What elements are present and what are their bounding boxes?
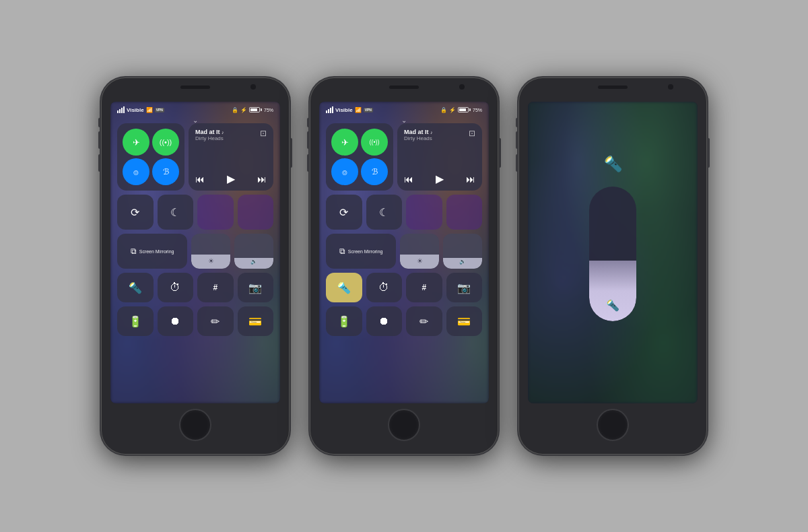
flashlight-button-2[interactable]: 🔦 [326, 273, 362, 302]
mirror-icon: ⧉ [131, 246, 137, 256]
flashlight-slider-icon: 🔦 [606, 299, 619, 312]
power-button-2[interactable] [498, 138, 501, 168]
airplane-mode-button-2[interactable]: ✈ [331, 129, 358, 156]
power-button-3[interactable] [707, 138, 710, 168]
home-button-2[interactable] [388, 409, 420, 441]
brightness-slider[interactable]: ☀ [191, 234, 230, 269]
wifi-button-2[interactable]: ⌾ [331, 158, 358, 185]
volume-icon: 🔊 [250, 259, 257, 265]
status-left-2: Visible 📶 VPN [326, 106, 373, 113]
moon-icon-2: ☾ [379, 206, 389, 219]
calculator-button-2[interactable]: # [406, 273, 442, 302]
phone-top-bar [101, 77, 290, 102]
cellular-icon: ((•)) [160, 138, 172, 146]
battery-widget-button[interactable]: 🔋 [117, 306, 154, 336]
flashlight-button[interactable]: 🔦 [117, 273, 154, 302]
signal-bar-2 [119, 109, 121, 113]
record-button-2[interactable]: ⏺ [366, 306, 403, 336]
record-button[interactable]: ⏺ [158, 306, 194, 336]
calculator-button[interactable]: # [197, 273, 234, 302]
bluetooth-button[interactable]: ℬ [152, 158, 179, 185]
screen-mirroring-label-2: Screen Mirroring [348, 249, 383, 254]
camera-icon: 📷 [248, 281, 262, 294]
vpn-badge: VPN [155, 108, 164, 112]
music-info: Mad at It ♪ Dirty Heads [195, 129, 224, 141]
mute-switch-2[interactable] [307, 118, 310, 127]
carrier-label-2: Visible [335, 107, 353, 113]
vpn-badge-2: VPN [364, 108, 373, 112]
volume-icon-2: 🔊 [459, 259, 466, 265]
volume-slider[interactable]: 🔊 [234, 234, 273, 269]
do-not-disturb-button[interactable]: ☾ [158, 195, 194, 230]
camera-icon-2: 📷 [457, 281, 471, 294]
volume-button-2[interactable] [307, 131, 310, 149]
cellular-button-2[interactable]: ((•)) [361, 129, 388, 156]
screen-mirroring-button-2[interactable]: ⧉ Screen Mirroring [326, 234, 396, 269]
row3: ⧉ Screen Mirroring ☀ 🔊 [117, 234, 273, 269]
status-right: 🔒 ⚡ 75% [232, 107, 273, 113]
volume-button-3[interactable] [516, 131, 518, 149]
camera-dot [250, 84, 256, 90]
flashlight-icon: 🔦 [129, 281, 142, 294]
volume-down-button-3[interactable] [516, 154, 518, 172]
prev-button[interactable]: ⏮ [195, 174, 205, 185]
volume-button[interactable] [98, 131, 101, 149]
airplane-mode-button[interactable]: ✈ [123, 129, 149, 156]
wallet-button-2[interactable]: 💳 [446, 306, 483, 336]
row4: 🔦 ⏱ # 📷 [117, 273, 273, 302]
lock-rotate-icon-2: ⟳ [339, 206, 348, 219]
screen-mirroring-label: Screen Mirroring [139, 249, 174, 254]
power-button[interactable] [290, 138, 292, 168]
bluetooth-button-2[interactable]: ℬ [361, 158, 388, 185]
brightness-icon-2: ☀ [417, 257, 423, 265]
signal-bar-1 [117, 110, 119, 113]
orientation-lock-button-2[interactable]: ⟳ [326, 195, 362, 230]
volume-down-button-2[interactable] [307, 154, 310, 172]
home-button-3[interactable] [597, 409, 629, 441]
signal-bars [117, 106, 125, 113]
status-right-2: 🔒 ⚡ 75% [440, 107, 482, 113]
mute-switch-3[interactable] [516, 118, 518, 127]
next-button[interactable]: ⏭ [257, 174, 267, 185]
timer-button-2[interactable]: ⏱ [366, 273, 403, 302]
play-button[interactable]: ▶ [227, 172, 235, 185]
connectivity-row-2: ✈ ((•)) ⌾ ℬ Ma [326, 123, 482, 191]
row2-2: ⟳ ☾ [326, 195, 482, 230]
battery-tip [261, 108, 262, 111]
music-panel: Mad at It ♪ Dirty Heads ⊡ ⏮ ▶ ⏭ [189, 123, 273, 191]
airplay-icon-2[interactable]: ⊡ [469, 129, 475, 138]
volume-slider-2[interactable]: 🔊 [443, 234, 482, 269]
mirror-icon-2: ⧉ [339, 246, 345, 256]
wifi-icon-2: 📶 [355, 107, 362, 113]
camera-button-2[interactable]: 📷 [446, 273, 483, 302]
screen-mirroring-button[interactable]: ⧉ Screen Mirroring [117, 234, 187, 269]
wifi-button[interactable]: ⌾ [123, 158, 149, 185]
music-artist: Dirty Heads [195, 135, 224, 141]
flashlight-intensity-slider[interactable]: 🔦 [589, 187, 636, 321]
timer-button[interactable]: ⏱ [158, 273, 194, 302]
moon-icon: ☾ [170, 206, 180, 219]
purple-box-2 [238, 195, 274, 230]
mute-switch[interactable] [98, 118, 101, 127]
volume-down-button[interactable] [98, 154, 101, 172]
markup-button[interactable]: ✏ [197, 306, 234, 336]
markup-button-2[interactable]: ✏ [406, 306, 442, 336]
orientation-lock-button[interactable]: ⟳ [117, 195, 154, 230]
battery-widget-button-2[interactable]: 🔋 [326, 306, 362, 336]
brightness-slider-2[interactable]: ☀ [400, 234, 439, 269]
chevron-indicator-2: ⌄ [401, 117, 407, 124]
connectivity-panel-2: ✈ ((•)) ⌾ ℬ [326, 123, 393, 191]
music-title-2: Mad at It ♪ [404, 129, 433, 135]
cellular-button[interactable]: ((•)) [152, 129, 179, 156]
home-button[interactable] [179, 409, 211, 441]
next-button-2[interactable]: ⏭ [466, 174, 475, 185]
battery-pct-2: 75% [473, 108, 482, 112]
play-button-2[interactable]: ▶ [436, 172, 444, 185]
wallet-button[interactable]: 💳 [238, 306, 274, 336]
do-not-disturb-button-2[interactable]: ☾ [366, 195, 403, 230]
airplay-icon[interactable]: ⊡ [260, 129, 267, 138]
music-controls: ⏮ ▶ ⏭ [195, 172, 267, 185]
music-controls-2: ⏮ ▶ ⏭ [404, 172, 475, 185]
prev-button-2[interactable]: ⏮ [404, 174, 413, 185]
camera-button[interactable]: 📷 [238, 273, 274, 302]
